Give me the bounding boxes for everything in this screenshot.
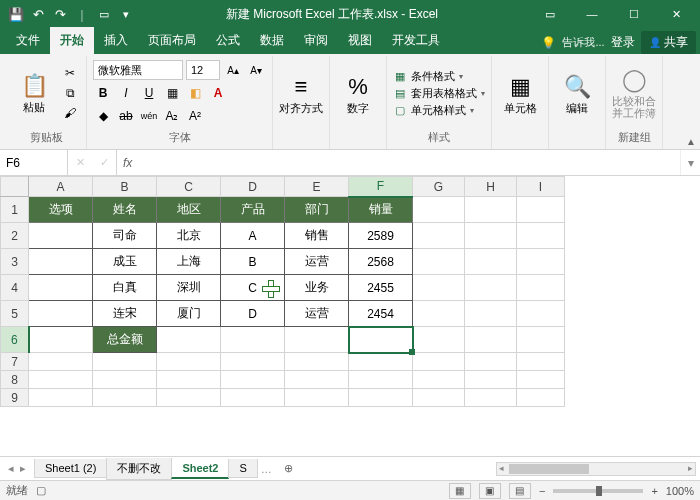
col-header-H[interactable]: H	[465, 177, 517, 197]
cell-E1[interactable]: 部门	[285, 197, 349, 223]
cell-C3[interactable]: 上海	[157, 249, 221, 275]
minimize-button[interactable]: —	[572, 0, 612, 28]
cell-D3[interactable]: B	[221, 249, 285, 275]
cell-A2[interactable]	[29, 223, 93, 249]
cell-B5[interactable]: 连宋	[93, 301, 157, 327]
tell-me-input[interactable]: 告诉我...	[562, 35, 604, 50]
cell-C6[interactable]	[157, 327, 221, 353]
cell-G6[interactable]	[413, 327, 465, 353]
row-header-8[interactable]: 8	[1, 371, 29, 389]
cell-G1[interactable]	[413, 197, 465, 223]
cell-F3[interactable]: 2568	[349, 249, 413, 275]
sheet-tab-2[interactable]: 不删不改	[106, 458, 172, 480]
cell-B2[interactable]: 司命	[93, 223, 157, 249]
col-header-G[interactable]: G	[413, 177, 465, 197]
cell-G5[interactable]	[413, 301, 465, 327]
sheet-nav-prev[interactable]: ◂	[6, 462, 16, 475]
cell-H3[interactable]	[465, 249, 517, 275]
fill-color-button[interactable]: ◧	[185, 83, 205, 103]
cell-F6-active[interactable]	[349, 327, 413, 353]
normal-view-button[interactable]: ▦	[449, 483, 471, 499]
cell-A6[interactable]	[29, 327, 93, 353]
sheet-tab-3[interactable]: Sheet2	[171, 459, 229, 479]
zoom-out-button[interactable]: −	[539, 485, 545, 497]
bold-button[interactable]: B	[93, 83, 113, 103]
cell-B1[interactable]: 姓名	[93, 197, 157, 223]
cell-G2[interactable]	[413, 223, 465, 249]
collapse-ribbon-button[interactable]: ▲	[686, 136, 696, 147]
number-format-button[interactable]: % 数字	[336, 63, 380, 127]
cell-B4[interactable]: 白真	[93, 275, 157, 301]
format-as-table-button[interactable]: ▤套用表格格式 ▾	[393, 86, 485, 101]
col-header-E[interactable]: E	[285, 177, 349, 197]
cell-I1[interactable]	[517, 197, 565, 223]
cell-B6[interactable]: 总金额	[93, 327, 157, 353]
cell-F5[interactable]: 2454	[349, 301, 413, 327]
save-icon[interactable]: 💾	[8, 6, 24, 22]
tab-view[interactable]: 视图	[338, 27, 382, 54]
accept-formula-button[interactable]: ✓	[92, 150, 116, 175]
cell-F2[interactable]: 2589	[349, 223, 413, 249]
paste-button[interactable]: 📋 粘贴	[12, 61, 56, 125]
cell-styles-button[interactable]: ▢单元格样式 ▾	[393, 103, 485, 118]
page-break-view-button[interactable]: ▤	[509, 483, 531, 499]
cell-A4[interactable]	[29, 275, 93, 301]
col-header-C[interactable]: C	[157, 177, 221, 197]
col-header-I[interactable]: I	[517, 177, 565, 197]
conditional-format-button[interactable]: ▦条件格式 ▾	[393, 69, 485, 84]
cell-F1[interactable]: 销量	[349, 197, 413, 223]
tab-insert[interactable]: 插入	[94, 27, 138, 54]
italic-button[interactable]: I	[116, 83, 136, 103]
cell-I5[interactable]	[517, 301, 565, 327]
tab-developer[interactable]: 开发工具	[382, 27, 450, 54]
tab-file[interactable]: 文件	[6, 27, 50, 54]
row-header-6[interactable]: 6	[1, 327, 29, 353]
fill-effect-button[interactable]: ◆	[93, 106, 113, 126]
border-button[interactable]: ▦	[162, 83, 182, 103]
alignment-button[interactable]: ≡ 对齐方式	[279, 63, 323, 127]
font-name-combo[interactable]: 微软雅黑	[93, 60, 183, 80]
col-header-B[interactable]: B	[93, 177, 157, 197]
row-header-7[interactable]: 7	[1, 353, 29, 371]
zoom-slider[interactable]	[553, 489, 643, 493]
cell-C4[interactable]: 深圳	[157, 275, 221, 301]
cell-H6[interactable]	[465, 327, 517, 353]
col-header-D[interactable]: D	[221, 177, 285, 197]
cell-I4[interactable]	[517, 275, 565, 301]
tab-page-layout[interactable]: 页面布局	[138, 27, 206, 54]
format-painter-icon[interactable]: 🖌	[60, 104, 80, 122]
font-size-combo[interactable]: 12	[186, 60, 220, 80]
cell-D1[interactable]: 产品	[221, 197, 285, 223]
cells-button[interactable]: ▦ 单元格	[498, 63, 542, 127]
cell-A3[interactable]	[29, 249, 93, 275]
name-box[interactable]: F6	[0, 150, 68, 175]
subscript-button[interactable]: A₂	[162, 106, 182, 126]
close-button[interactable]: ✕	[656, 0, 696, 28]
tab-review[interactable]: 审阅	[294, 27, 338, 54]
cell-I3[interactable]	[517, 249, 565, 275]
cell-I6[interactable]	[517, 327, 565, 353]
cell-H2[interactable]	[465, 223, 517, 249]
add-sheet-button[interactable]: ⊕	[276, 462, 301, 475]
page-layout-view-button[interactable]: ▣	[479, 483, 501, 499]
sheet-tab-4[interactable]: S	[228, 459, 257, 478]
formula-input[interactable]: fx	[117, 156, 680, 170]
row-header-2[interactable]: 2	[1, 223, 29, 249]
cell-H4[interactable]	[465, 275, 517, 301]
cell-D5[interactable]: D	[221, 301, 285, 327]
row-header-1[interactable]: 1	[1, 197, 29, 223]
horizontal-scrollbar[interactable]: ◂ ▸	[496, 462, 696, 476]
superscript-button[interactable]: A²	[185, 106, 205, 126]
cell-E4[interactable]: 业务	[285, 275, 349, 301]
cancel-formula-button[interactable]: ✕	[68, 150, 92, 175]
print-icon[interactable]: ▾	[118, 6, 134, 22]
tab-formulas[interactable]: 公式	[206, 27, 250, 54]
row-header-9[interactable]: 9	[1, 389, 29, 407]
cell-D2[interactable]: A	[221, 223, 285, 249]
phonetic-button[interactable]: wén	[139, 106, 159, 126]
editing-button[interactable]: 🔍 编辑	[555, 63, 599, 127]
row-header-4[interactable]: 4	[1, 275, 29, 301]
cell-A1[interactable]: 选项	[29, 197, 93, 223]
select-all-corner[interactable]	[1, 177, 29, 197]
sheet-nav-next[interactable]: ▸	[18, 462, 28, 475]
